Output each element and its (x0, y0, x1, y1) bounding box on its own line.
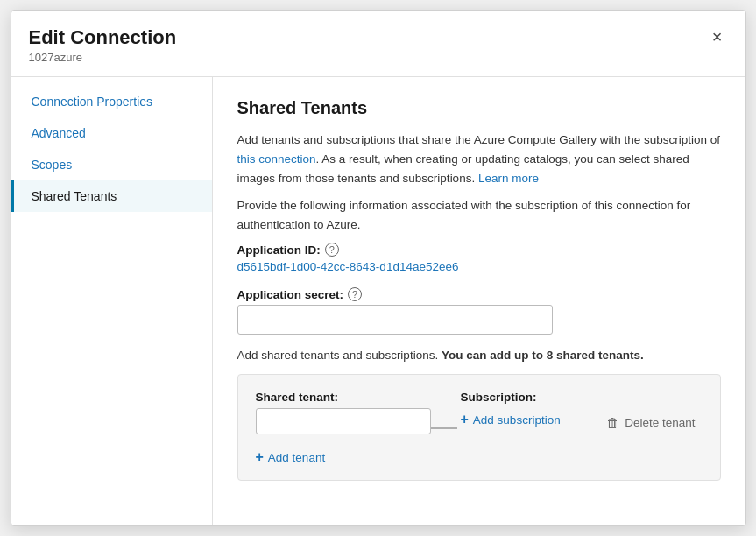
tenant-box: Shared tenant: Subscription: + (237, 374, 721, 481)
main-content: Shared Tenants Add tenants and subscript… (213, 77, 745, 525)
app-id-label: Application ID: ? (237, 243, 721, 257)
description-text: Add tenants and subscriptions that share… (237, 130, 721, 187)
sidebar: Connection Properties Advanced Scopes Sh… (11, 77, 213, 525)
app-secret-help-icon[interactable]: ? (348, 287, 362, 301)
tenant-row: Shared tenant: Subscription: + (256, 391, 703, 441)
add-subscription-plus-icon: + (461, 413, 469, 427)
add-tenant-plus-icon: + (256, 450, 264, 464)
close-button[interactable]: × (707, 26, 728, 47)
sidebar-item-shared-tenants[interactable]: Shared Tenants (11, 180, 212, 212)
subscription-section: Subscription: + Add subscription (461, 391, 561, 431)
sidebar-item-connection-properties[interactable]: Connection Properties (11, 86, 212, 117)
application-id-group: Application ID: ? d5615bdf-1d00-42cc-864… (237, 243, 721, 273)
connector-icon (431, 415, 457, 441)
sidebar-item-advanced[interactable]: Advanced (11, 117, 212, 149)
app-id-value: d5615bdf-1d00-42cc-8643-d1d14ae52ee6 (237, 260, 721, 273)
header-text: Edit Connection 1027azure (29, 26, 177, 64)
app-id-help-icon[interactable]: ? (325, 243, 339, 257)
description-text-2: Provide the following information associ… (237, 196, 721, 234)
dialog-body: Connection Properties Advanced Scopes Sh… (11, 77, 745, 525)
shared-tenant-label: Shared tenant: (256, 391, 431, 404)
dialog-subtitle: 1027azure (29, 51, 177, 64)
subscription-label: Subscription: (461, 391, 561, 404)
app-secret-input[interactable] (237, 305, 553, 335)
application-secret-group: Application secret: ? (237, 287, 721, 335)
connector (431, 391, 457, 441)
app-secret-label: Application secret: ? (237, 287, 721, 301)
learn-more-link[interactable]: Learn more (478, 172, 539, 185)
shared-tenant-input[interactable] (256, 408, 431, 434)
tenant-section: Shared tenant: (256, 391, 431, 434)
dialog-header: Edit Connection 1027azure × (11, 11, 745, 77)
delete-tenant-button[interactable]: 🗑 Delete tenant (599, 391, 702, 434)
shared-info-text: Add shared tenants and subscriptions. Yo… (237, 349, 721, 362)
this-connection-link[interactable]: this connection (237, 152, 316, 166)
sidebar-item-scopes[interactable]: Scopes (11, 149, 212, 180)
section-title: Shared Tenants (237, 98, 721, 118)
add-subscription-button[interactable]: + Add subscription (461, 408, 561, 431)
trash-icon: 🗑 (606, 415, 619, 430)
dialog-title: Edit Connection (29, 26, 177, 49)
add-tenant-button[interactable]: + Add tenant (256, 441, 326, 466)
edit-connection-dialog: Edit Connection 1027azure × Connection P… (11, 10, 746, 526)
